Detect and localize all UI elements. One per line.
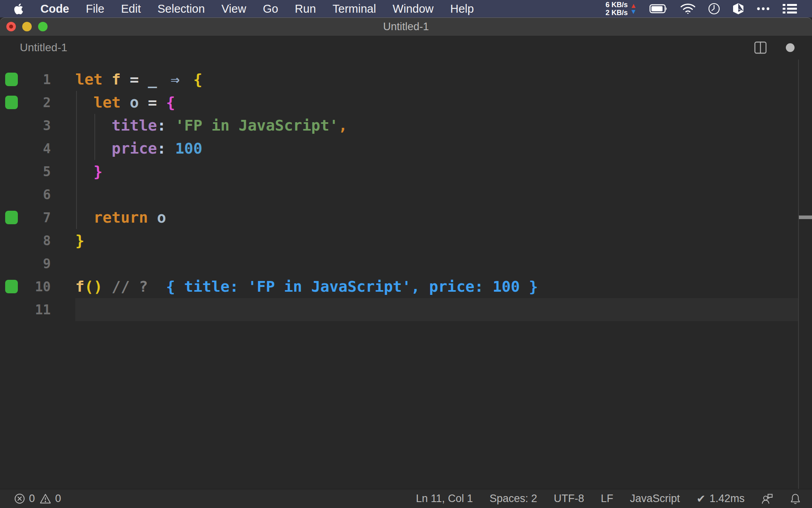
overview-ruler[interactable] bbox=[798, 60, 799, 489]
code-line-11[interactable]: 11 bbox=[0, 298, 812, 321]
minimize-button[interactable] bbox=[22, 22, 32, 31]
network-up-label: 6 KB/s bbox=[605, 1, 628, 9]
code-line-4[interactable]: 4 price: 100 bbox=[0, 137, 812, 160]
indent-guide bbox=[76, 91, 77, 114]
cursor-position[interactable]: Ln 11, Col 1 bbox=[416, 493, 473, 505]
check-icon: ✔ bbox=[697, 493, 706, 505]
titlebar[interactable]: Untitled-1 bbox=[0, 17, 812, 36]
statusbar: 0 0 Ln 11, Col 1 Spaces: 2 UTF-8 LF Java… bbox=[0, 489, 812, 508]
menu-run[interactable]: Run bbox=[295, 2, 316, 15]
indent-guide bbox=[94, 114, 95, 137]
split-editor-icon[interactable] bbox=[754, 41, 767, 54]
code-line-3[interactable]: 3 title: 'FP in JavaScript', bbox=[0, 114, 812, 137]
indent-guide bbox=[94, 137, 95, 160]
code-text: } bbox=[75, 160, 812, 183]
menu-help[interactable]: Help bbox=[450, 2, 474, 15]
code-text: let o = { bbox=[75, 91, 812, 114]
window-title: Untitled-1 bbox=[383, 21, 429, 33]
warning-count: 0 bbox=[55, 493, 61, 505]
coverage-square bbox=[5, 73, 18, 86]
menu-edit[interactable]: Edit bbox=[121, 2, 141, 15]
code-line-1[interactable]: 1let f = _ ⇒ { bbox=[0, 68, 812, 91]
code-line-2[interactable]: 2 let o = { bbox=[0, 91, 812, 114]
vscode-window: Untitled-1 Untitled-1 1let f = _ ⇒ {2 le… bbox=[0, 17, 812, 508]
indent-guide bbox=[76, 160, 77, 183]
line-number: 5 bbox=[22, 164, 51, 179]
menu-window[interactable]: Window bbox=[393, 2, 433, 15]
app-cube-icon[interactable] bbox=[733, 3, 744, 15]
code-editor[interactable]: 1let f = _ ⇒ {2 let o = {3 title: 'FP in… bbox=[0, 60, 812, 489]
bell-icon[interactable] bbox=[790, 493, 801, 505]
menu-selection[interactable]: Selection bbox=[157, 2, 205, 15]
line-number: 4 bbox=[22, 141, 51, 156]
encoding[interactable]: UTF-8 bbox=[554, 493, 584, 505]
download-arrow-icon: ▼ bbox=[630, 9, 637, 15]
error-count: 0 bbox=[29, 493, 35, 505]
code-line-7[interactable]: 7 return o bbox=[0, 206, 812, 229]
indent-guide bbox=[76, 114, 77, 137]
apple-menu-icon[interactable] bbox=[14, 3, 24, 14]
perf-value: 1.42ms bbox=[709, 493, 745, 505]
coverage-square bbox=[5, 211, 18, 224]
code-text: title: 'FP in JavaScript', bbox=[75, 114, 812, 137]
editor-header: Untitled-1 bbox=[0, 36, 812, 60]
code-text: let f = _ ⇒ { bbox=[75, 68, 812, 91]
more-icon[interactable] bbox=[756, 7, 770, 11]
code-text: price: 100 bbox=[75, 137, 812, 160]
unsaved-dot[interactable] bbox=[786, 43, 795, 52]
coverage-square bbox=[5, 96, 18, 109]
code-text: } bbox=[75, 229, 812, 252]
network-down-label: 2 KB/s bbox=[605, 9, 628, 17]
eol-sequence[interactable]: LF bbox=[601, 493, 613, 505]
menu-terminal[interactable]: Terminal bbox=[333, 2, 376, 15]
code-line-10[interactable]: 10f() // ? { title: 'FP in JavaScript', … bbox=[0, 275, 812, 298]
overview-ruler-marker bbox=[799, 216, 812, 219]
feedback-icon[interactable] bbox=[761, 493, 773, 505]
problems-warnings[interactable]: 0 bbox=[40, 493, 61, 505]
line-number: 9 bbox=[22, 256, 51, 271]
close-button[interactable] bbox=[6, 22, 16, 31]
code-line-8[interactable]: 8} bbox=[0, 229, 812, 252]
network-speed-indicator[interactable]: 6 KB/s 2 KB/s ▲ ▼ bbox=[605, 1, 637, 17]
code-line-6[interactable]: 6 bbox=[0, 183, 812, 206]
line-number: 8 bbox=[22, 233, 51, 248]
menu-file[interactable]: File bbox=[86, 2, 105, 15]
menu-view[interactable]: View bbox=[222, 2, 246, 15]
list-icon[interactable] bbox=[783, 4, 797, 14]
indent-guide bbox=[76, 206, 77, 229]
battery-icon[interactable] bbox=[649, 4, 668, 13]
code-text: return o bbox=[75, 206, 812, 229]
menu-items: CodeFileEditSelectionViewGoRunTerminalWi… bbox=[40, 2, 474, 15]
indentation[interactable]: Spaces: 2 bbox=[490, 493, 537, 505]
zoom-button[interactable] bbox=[38, 22, 48, 31]
line-number: 2 bbox=[22, 95, 51, 110]
clock-icon[interactable] bbox=[708, 3, 720, 15]
tab-untitled-1[interactable]: Untitled-1 bbox=[20, 41, 67, 54]
wifi-icon[interactable] bbox=[680, 3, 695, 14]
line-number: 6 bbox=[22, 187, 51, 202]
line-number: 1 bbox=[22, 72, 51, 87]
line-number: 3 bbox=[22, 118, 51, 133]
coverage-square bbox=[5, 280, 18, 293]
indent-guide bbox=[76, 183, 77, 206]
quokka-perf[interactable]: ✔ 1.42ms bbox=[697, 493, 745, 505]
line-number: 7 bbox=[22, 210, 51, 225]
line-number: 11 bbox=[22, 302, 51, 318]
code-line-9[interactable]: 9 bbox=[0, 252, 812, 275]
problems-errors[interactable]: 0 bbox=[14, 493, 35, 505]
code-text: f() // ? { title: 'FP in JavaScript', pr… bbox=[75, 275, 812, 298]
line-number: 10 bbox=[22, 279, 51, 294]
code-line-5[interactable]: 5 } bbox=[0, 160, 812, 183]
indent-guide bbox=[76, 137, 77, 160]
menu-code[interactable]: Code bbox=[40, 2, 69, 15]
language-mode[interactable]: JavaScript bbox=[630, 493, 680, 505]
menubar: CodeFileEditSelectionViewGoRunTerminalWi… bbox=[0, 0, 812, 17]
menu-go[interactable]: Go bbox=[263, 2, 278, 15]
